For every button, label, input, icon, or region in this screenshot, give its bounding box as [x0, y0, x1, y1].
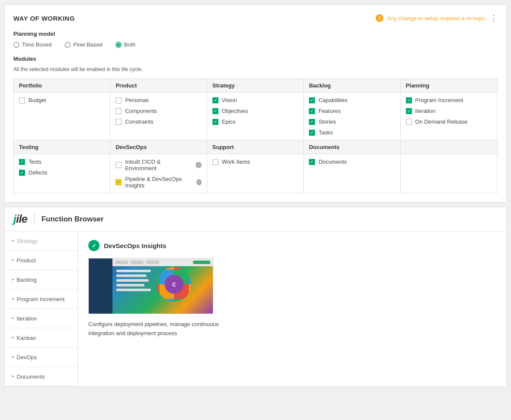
dot-documents: • [12, 373, 14, 380]
sidebar-nav: • Strategy • Product • Backlog • Program… [5, 231, 78, 386]
checkbox-work-items[interactable] [212, 159, 218, 165]
sidebar-label-kanban: Kanban [17, 335, 36, 341]
sidebar-label-product: Product [17, 257, 36, 264]
module-col-product: Product Personas Components Constraints [110, 79, 207, 140]
sidebar-item-backlog[interactable]: • Backlog [5, 270, 78, 289]
module-item-epics: Epics [212, 118, 298, 125]
module-header-empty [401, 140, 497, 154]
module-items-planning: Program Increment Iteration On Demand Re… [401, 93, 497, 129]
function-browser-header: jile Function Browser [5, 207, 506, 231]
radio-circle-flow-based [65, 42, 71, 48]
module-item-objectives: Objectives [212, 108, 298, 114]
module-items-empty [401, 154, 497, 163]
checkbox-features[interactable] [309, 108, 315, 114]
checkbox-pipeline-insights[interactable] [115, 179, 122, 185]
modules-grid-row2: Testing Tests Defects DevSecOps [13, 140, 498, 193]
module-col-planning: Planning Program Increment Iteration On … [401, 79, 497, 140]
way-of-working-panel: WAY OF WORKING i Any change to setup req… [4, 4, 507, 202]
checkbox-documents[interactable] [309, 159, 315, 165]
checkbox-vision[interactable] [212, 97, 218, 103]
sidebar-item-kanban[interactable]: • Kanban [5, 328, 78, 348]
checkbox-inbuilt-cicd[interactable] [115, 162, 122, 168]
checkbox-stories[interactable] [309, 119, 315, 125]
sidebar-label-iteration: Iteration [17, 315, 37, 322]
feature-image: C [88, 258, 213, 314]
checkbox-tasks[interactable] [309, 130, 315, 136]
dot-product: • [12, 256, 14, 264]
main-content: ✓ DevSecOps Insights [78, 231, 506, 386]
radio-flow-based[interactable]: Flow Based [65, 41, 103, 48]
module-col-testing: Testing Tests Defects [14, 140, 110, 193]
module-item-work-items: Work Items [212, 159, 298, 165]
more-menu-icon[interactable]: ⋮ [490, 13, 498, 23]
label-documents: Documents [318, 159, 347, 165]
module-item-on-demand-release: On Demand Release [406, 118, 492, 125]
checkbox-objectives[interactable] [212, 108, 218, 114]
dot-kanban: • [12, 334, 14, 342]
checkbox-budget[interactable] [19, 97, 25, 103]
checkbox-tests[interactable] [19, 159, 25, 165]
dot-iteration: • [12, 314, 14, 322]
module-item-features: Features [309, 108, 395, 114]
sidebar-item-documents[interactable]: • Documents [5, 367, 78, 386]
dot-program-increment: • [12, 295, 14, 303]
module-item-inbuilt-cicd: Inbuilt CICD & Environment i [115, 159, 201, 171]
checkbox-defects[interactable] [19, 170, 25, 176]
feature-title: DevSecOps Insights [104, 242, 166, 249]
module-item-documents: Documents [309, 159, 395, 165]
label-work-items: Work Items [222, 159, 250, 165]
label-objectives: Objectives [222, 108, 248, 114]
checkbox-iteration[interactable] [406, 108, 412, 114]
info-icon-pipeline[interactable]: i [196, 179, 202, 185]
panel-title: WAY OF WORKING [13, 15, 75, 22]
planning-model-label: Planning model [13, 31, 498, 37]
module-item-stories: Stories [309, 118, 395, 125]
module-item-tasks: Tasks [309, 129, 395, 136]
modules-description: All the selected modules will be enabled… [13, 66, 498, 72]
checkbox-epics[interactable] [212, 119, 218, 125]
checkbox-components[interactable] [115, 108, 122, 114]
module-items-support: Work Items [207, 154, 303, 169]
info-icon-cicd[interactable]: i [196, 162, 201, 168]
radio-group: Time Boxed Flow Based Both [13, 41, 498, 48]
modules-section: Modules All the selected modules will be… [13, 56, 498, 193]
radio-circle-both [115, 42, 122, 48]
module-item-program-increment: Program Increment [406, 97, 492, 103]
module-items-devsecops: Inbuilt CICD & Environment i Pipeline & … [110, 154, 206, 193]
label-components: Components [125, 108, 157, 114]
label-program-increment: Program Increment [415, 97, 463, 103]
jile-logo: jile [13, 212, 27, 226]
module-item-tests: Tests [19, 159, 105, 165]
sidebar-item-devops[interactable]: • DevOps [5, 348, 78, 367]
info-icon: i [376, 14, 383, 22]
bottom-content: • Strategy • Product • Backlog • Program… [5, 231, 506, 386]
checkbox-constraints[interactable] [115, 119, 122, 125]
label-on-demand-release: On Demand Release [415, 118, 467, 125]
radio-both[interactable]: Both [115, 41, 136, 48]
sidebar-item-program-increment[interactable]: • Program Increment [5, 289, 78, 309]
checkbox-personas[interactable] [115, 97, 122, 103]
label-inbuilt-cicd: Inbuilt CICD & Environment [125, 159, 191, 171]
module-items-strategy: Vision Objectives Epics [207, 93, 303, 129]
feature-header: ✓ DevSecOps Insights [88, 240, 496, 251]
module-item-capabilities: Capabilities [309, 97, 395, 103]
radio-label-time-boxed: Time Boxed [22, 41, 52, 48]
sidebar-item-product[interactable]: • Product [5, 251, 78, 270]
label-constraints: Constraints [125, 118, 153, 125]
label-tests: Tests [28, 159, 41, 165]
checkbox-program-increment[interactable] [406, 97, 412, 103]
donut-center: C [165, 275, 184, 294]
sidebar-item-iteration[interactable]: • Iteration [5, 309, 78, 328]
header-right: i Any change to setup requires a re-logi… [376, 13, 498, 23]
module-items-backlog: Capabilities Features Stories Tasks [304, 93, 400, 140]
module-item-components: Components [115, 108, 201, 114]
module-item-constraints: Constraints [115, 118, 201, 125]
radio-time-boxed[interactable]: Time Boxed [13, 41, 52, 48]
module-items-testing: Tests Defects [14, 154, 110, 180]
sidebar-item-strategy[interactable]: • Strategy [5, 231, 78, 251]
checkbox-on-demand-release[interactable] [406, 119, 412, 125]
feature-checked-icon: ✓ [88, 240, 100, 251]
modules-label: Modules [13, 56, 498, 62]
modules-grid-row1: Portfolio Budget Product Personas [13, 78, 498, 140]
checkbox-capabilities[interactable] [309, 97, 315, 103]
